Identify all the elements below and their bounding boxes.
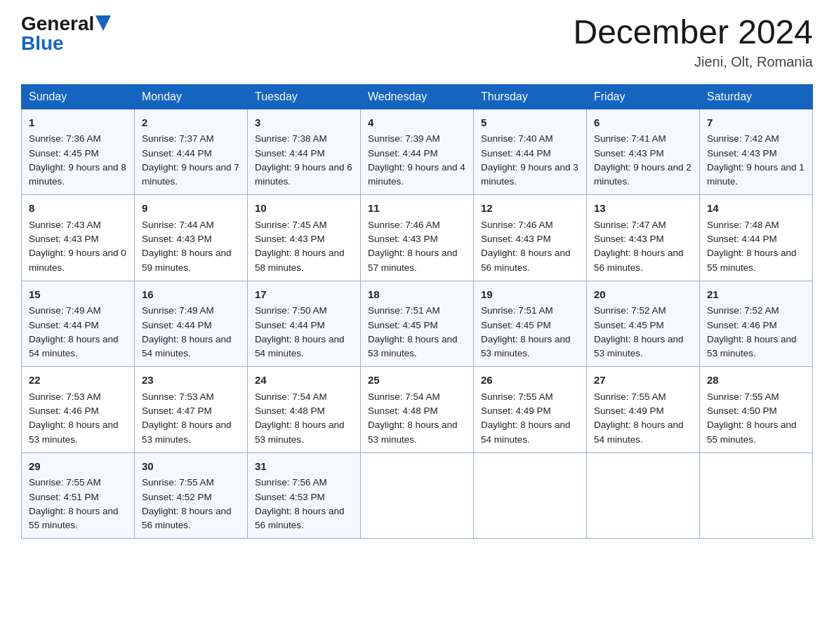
calendar-cell: 9Sunrise: 7:44 AMSunset: 4:43 PMDaylight… [135,195,248,281]
day-number: 29 [29,459,127,475]
day-number: 11 [368,201,466,217]
header-row: SundayMondayTuesdayWednesdayThursdayFrid… [22,84,813,109]
day-number: 14 [707,201,805,217]
day-header-friday: Friday [587,84,700,109]
day-number: 8 [29,201,127,217]
calendar-cell: 30Sunrise: 7:55 AMSunset: 4:52 PMDayligh… [135,452,248,539]
calendar-cell: 21Sunrise: 7:52 AMSunset: 4:46 PMDayligh… [700,281,813,367]
calendar-cell: 14Sunrise: 7:48 AMSunset: 4:44 PMDayligh… [700,195,813,281]
calendar-subtitle: Jieni, Olt, Romania [573,54,813,70]
calendar-cell: 3Sunrise: 7:38 AMSunset: 4:44 PMDaylight… [248,109,361,195]
day-number: 6 [594,115,692,131]
calendar-cell: 23Sunrise: 7:53 AMSunset: 4:47 PMDayligh… [135,367,248,453]
day-header-sunday: Sunday [22,84,135,109]
logo: General Blue [21,14,111,53]
calendar-cell: 11Sunrise: 7:46 AMSunset: 4:43 PMDayligh… [361,195,474,281]
day-number: 16 [142,287,240,303]
calendar-cell: 15Sunrise: 7:49 AMSunset: 4:44 PMDayligh… [22,281,135,367]
day-header-tuesday: Tuesday [248,84,361,109]
calendar-cell: 18Sunrise: 7:51 AMSunset: 4:45 PMDayligh… [361,281,474,367]
day-number: 25 [368,373,466,389]
calendar-cell: 16Sunrise: 7:49 AMSunset: 4:44 PMDayligh… [135,281,248,367]
calendar-week-row: 1Sunrise: 7:36 AMSunset: 4:45 PMDaylight… [22,109,813,195]
calendar-cell [361,452,474,539]
day-number: 21 [707,287,805,303]
calendar-cell: 29Sunrise: 7:55 AMSunset: 4:51 PMDayligh… [22,452,135,539]
logo-blue-text: Blue [21,34,64,53]
day-header-monday: Monday [135,84,248,109]
calendar-cell [587,452,700,539]
day-number: 26 [481,373,579,389]
calendar-week-row: 15Sunrise: 7:49 AMSunset: 4:44 PMDayligh… [22,281,813,367]
calendar-cell: 27Sunrise: 7:55 AMSunset: 4:49 PMDayligh… [587,367,700,453]
calendar-cell: 28Sunrise: 7:55 AMSunset: 4:50 PMDayligh… [700,367,813,453]
calendar-cell: 31Sunrise: 7:56 AMSunset: 4:53 PMDayligh… [248,452,361,539]
day-number: 13 [594,201,692,217]
day-header-wednesday: Wednesday [361,84,474,109]
page-header: General Blue December 2024 Jieni, Olt, R… [21,14,813,70]
calendar-cell: 19Sunrise: 7:51 AMSunset: 4:45 PMDayligh… [474,281,587,367]
day-number: 23 [142,373,240,389]
logo-general-text: General [21,14,94,34]
calendar-cell: 12Sunrise: 7:46 AMSunset: 4:43 PMDayligh… [474,195,587,281]
calendar-cell: 26Sunrise: 7:55 AMSunset: 4:49 PMDayligh… [474,367,587,453]
calendar-cell: 24Sunrise: 7:54 AMSunset: 4:48 PMDayligh… [248,367,361,453]
svg-marker-0 [95,15,111,31]
day-header-saturday: Saturday [700,84,813,109]
day-number: 19 [481,287,579,303]
calendar-cell: 8Sunrise: 7:43 AMSunset: 4:43 PMDaylight… [22,195,135,281]
logo-triangle-icon [95,15,111,31]
calendar-cell: 2Sunrise: 7:37 AMSunset: 4:44 PMDaylight… [135,109,248,195]
day-number: 31 [255,459,353,475]
day-number: 4 [368,115,466,131]
calendar-title: December 2024 [573,14,813,51]
day-number: 10 [255,201,353,217]
calendar-cell: 22Sunrise: 7:53 AMSunset: 4:46 PMDayligh… [22,367,135,453]
calendar-cell: 4Sunrise: 7:39 AMSunset: 4:44 PMDaylight… [361,109,474,195]
calendar-cell: 1Sunrise: 7:36 AMSunset: 4:45 PMDaylight… [22,109,135,195]
title-block: December 2024 Jieni, Olt, Romania [573,14,813,70]
day-number: 22 [29,373,127,389]
calendar-cell: 17Sunrise: 7:50 AMSunset: 4:44 PMDayligh… [248,281,361,367]
calendar-cell: 6Sunrise: 7:41 AMSunset: 4:43 PMDaylight… [587,109,700,195]
day-number: 30 [142,459,240,475]
calendar-week-row: 8Sunrise: 7:43 AMSunset: 4:43 PMDaylight… [22,195,813,281]
day-number: 17 [255,287,353,303]
calendar-cell: 13Sunrise: 7:47 AMSunset: 4:43 PMDayligh… [587,195,700,281]
day-number: 18 [368,287,466,303]
calendar-cell: 7Sunrise: 7:42 AMSunset: 4:43 PMDaylight… [700,109,813,195]
day-number: 20 [594,287,692,303]
day-number: 28 [707,373,805,389]
day-header-thursday: Thursday [474,84,587,109]
calendar-table: SundayMondayTuesdayWednesdayThursdayFrid… [21,84,813,539]
day-number: 12 [481,201,579,217]
calendar-cell: 5Sunrise: 7:40 AMSunset: 4:44 PMDaylight… [474,109,587,195]
day-number: 2 [142,115,240,131]
calendar-week-row: 22Sunrise: 7:53 AMSunset: 4:46 PMDayligh… [22,367,813,453]
day-number: 5 [481,115,579,131]
calendar-cell: 25Sunrise: 7:54 AMSunset: 4:48 PMDayligh… [361,367,474,453]
day-number: 1 [29,115,127,131]
calendar-cell [700,452,813,539]
calendar-week-row: 29Sunrise: 7:55 AMSunset: 4:51 PMDayligh… [22,452,813,539]
day-number: 27 [594,373,692,389]
day-number: 9 [142,201,240,217]
calendar-cell: 10Sunrise: 7:45 AMSunset: 4:43 PMDayligh… [248,195,361,281]
day-number: 15 [29,287,127,303]
calendar-cell [474,452,587,539]
calendar-cell: 20Sunrise: 7:52 AMSunset: 4:45 PMDayligh… [587,281,700,367]
day-number: 24 [255,373,353,389]
day-number: 3 [255,115,353,131]
day-number: 7 [707,115,805,131]
